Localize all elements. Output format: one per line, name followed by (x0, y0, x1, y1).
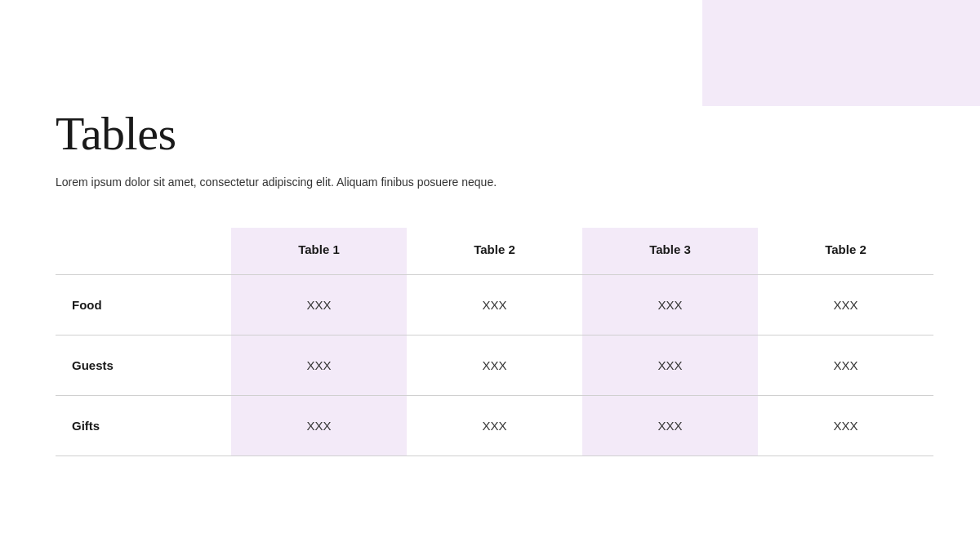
header-table3: Table 3 (582, 228, 758, 275)
row-guests-table2a: XXX (407, 335, 582, 396)
row-label-guests: Guests (56, 335, 231, 396)
row-food-table1: XXX (231, 275, 407, 335)
decorative-box (702, 0, 980, 106)
row-gifts-table2a: XXX (407, 396, 582, 456)
row-guests-table3: XXX (582, 335, 758, 396)
data-table-wrapper: Table 1 Table 2 Table 3 Table 2 Food XXX… (56, 228, 924, 456)
row-food-table2b: XXX (758, 275, 933, 335)
row-gifts-table1: XXX (231, 396, 407, 456)
table-row: Guests XXX XXX XXX XXX (56, 335, 933, 396)
row-food-table2a: XXX (407, 275, 582, 335)
row-guests-table2b: XXX (758, 335, 933, 396)
header-table1: Table 1 (231, 228, 407, 275)
comparison-table: Table 1 Table 2 Table 3 Table 2 Food XXX… (56, 228, 933, 456)
table-row: Food XXX XXX XXX XXX (56, 275, 933, 335)
row-label-food: Food (56, 275, 231, 335)
row-guests-table1: XXX (231, 335, 407, 396)
row-gifts-table2b: XXX (758, 396, 933, 456)
header-table2a: Table 2 (407, 228, 582, 275)
header-label-col (56, 228, 231, 275)
page-subtitle: Lorem ipsum dolor sit amet, consectetur … (56, 176, 924, 189)
table-header-row: Table 1 Table 2 Table 3 Table 2 (56, 228, 933, 275)
row-gifts-table3: XXX (582, 396, 758, 456)
row-food-table3: XXX (582, 275, 758, 335)
row-label-gifts: Gifts (56, 396, 231, 456)
table-row: Gifts XXX XXX XXX XXX (56, 396, 933, 456)
header-table2b: Table 2 (758, 228, 933, 275)
page-title: Tables (56, 106, 924, 161)
